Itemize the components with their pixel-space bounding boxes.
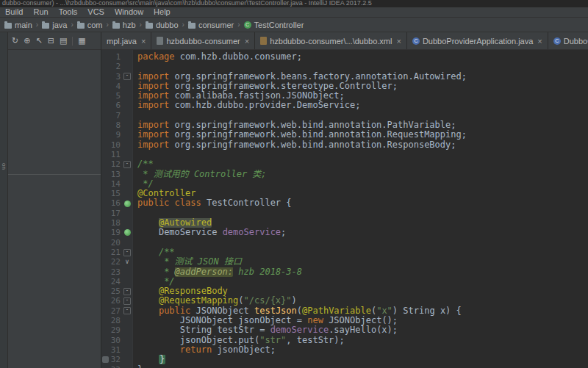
breadcrumb-item-consumer[interactable]: consumer (187, 21, 235, 29)
menu-item-help[interactable]: Help (148, 7, 176, 17)
folder-icon (4, 23, 12, 29)
code-text: import org.springframework.web.bind.anno… (133, 120, 588, 130)
breadcrumb-item-hzb[interactable]: hzb (111, 21, 137, 29)
gutter-marker (121, 62, 133, 71)
code-line: 33} (101, 365, 588, 368)
code-text (133, 62, 588, 71)
breadcrumb-item-com[interactable]: com (76, 21, 104, 29)
gutter-marker (121, 345, 133, 355)
fold-marker[interactable]: - (123, 307, 131, 314)
gutter-marker (121, 336, 133, 345)
gutter-marker: - (121, 72, 133, 82)
code-text: JSONObject jsonObject = new JSONObject()… (133, 316, 588, 325)
gutter-marker (121, 101, 133, 110)
tab-dubboconsumerapplication-java[interactable]: CDubboConsumerApplication.java× (548, 32, 588, 49)
spring-bean-icon[interactable] (124, 201, 131, 207)
line-number: 15 (101, 189, 121, 198)
line-number: 32 (101, 355, 121, 364)
gutter-marker: - (121, 286, 133, 296)
code-lines: 1package com.hzb.dubbo.consumer;23-impor… (101, 52, 588, 368)
code-text (133, 150, 588, 159)
list-view-icon[interactable]: ▤ (60, 37, 67, 45)
java-class-icon: C (412, 37, 420, 45)
fold-marker[interactable]: - (123, 297, 131, 305)
breadcrumb-label: java (52, 21, 67, 29)
line-number: 23 (101, 267, 121, 277)
collapse-all-icon[interactable]: ⊟ (48, 37, 54, 45)
gutter-marker (121, 209, 133, 218)
tab-close-icon[interactable]: × (537, 37, 542, 46)
fold-marker[interactable]: - (123, 288, 131, 295)
locate-icon[interactable]: ↖ (35, 37, 42, 45)
breadcrumb-item-java[interactable]: java (40, 21, 68, 29)
breadcrumb-label: hzb (123, 21, 136, 29)
code-text (133, 238, 588, 248)
tab-dubboproviderapplication-java[interactable]: CDubboProviderApplication.java× (407, 32, 548, 49)
tab-mpl-java[interactable]: mpl.java× (101, 32, 151, 49)
menu-item-tools[interactable]: Tools (54, 7, 83, 17)
tab-close-icon[interactable]: × (245, 37, 249, 46)
code-text: * 测试用的 Controller 类; (133, 170, 588, 179)
code-line: 15@Controller (101, 189, 588, 198)
code-text: package com.hzb.dubbo.consumer; (133, 52, 588, 62)
code-text: public class TestController { (133, 198, 588, 208)
menu-item-vcs[interactable]: VCS (82, 7, 110, 17)
spring-bean-icon[interactable] (124, 229, 131, 236)
code-text (133, 111, 588, 120)
menu-item-run[interactable]: Run (28, 7, 53, 17)
tab-hzbdubbo-consumer-dubbo-xml[interactable]: hzbdubbo-consumer\...\dubbo.xml× (255, 32, 407, 49)
line-number: 2 (101, 62, 121, 71)
tab-close-icon[interactable]: × (396, 37, 401, 46)
gutter-marker (121, 82, 133, 91)
code-text: @Controller (133, 189, 588, 198)
gutter-marker (121, 325, 133, 335)
refresh-icon[interactable]: ↻ (12, 37, 18, 45)
gutter-marker (121, 91, 133, 101)
menu-item-window[interactable]: Window (110, 7, 148, 17)
line-number: 12 (101, 159, 121, 169)
breadcrumb-item-dubbo[interactable]: dubbo (144, 21, 180, 29)
code-line: 22∨ * 测试 JSON 接口 (101, 257, 588, 267)
code-text: */ (133, 179, 588, 189)
code-line: 31 return jsonObject; (101, 345, 588, 355)
code-text: * @addPerson: hzb 2018-3-8 (133, 267, 588, 277)
line-number: 24 (101, 277, 121, 286)
line-number: 3 (101, 72, 121, 82)
gutter-marker (121, 365, 133, 368)
breadcrumb-item-main[interactable]: main (3, 21, 34, 29)
code-line: 19 DemoService demoService; (101, 228, 588, 237)
fold-marker[interactable]: - (123, 73, 131, 80)
code-editor[interactable]: 1package com.hzb.dubbo.consumer;23-impor… (101, 50, 588, 368)
gutter-marker (121, 228, 133, 237)
fold-marker[interactable]: - (123, 249, 131, 256)
code-line: 11 (101, 150, 588, 159)
tool-window-label-fragment: on (1, 163, 7, 170)
breadcrumb-label: dubbo (156, 21, 179, 29)
code-line: 7 (101, 111, 588, 120)
menu-bar: BuildRunToolsVCSWindowHelp (0, 7, 588, 18)
code-text: String testStr = demoService.sayHello(x)… (133, 325, 588, 335)
gutter-marker (121, 140, 133, 150)
project-panel-body[interactable] (8, 50, 101, 368)
line-number: 22 (101, 257, 121, 267)
menu-item-build[interactable]: Build (0, 7, 28, 17)
code-line: 6import com.hzb.dubbo.provider.DemoServi… (101, 101, 588, 110)
line-number: 1 (101, 52, 121, 62)
code-line: 13 * 测试用的 Controller 类; (101, 170, 588, 179)
fold-marker[interactable]: - (123, 161, 131, 168)
tab-close-icon[interactable]: × (141, 37, 146, 46)
breadcrumb-separator: › (235, 21, 242, 29)
bookmark-icon[interactable] (102, 356, 109, 363)
gutter-marker: - (121, 296, 133, 306)
settings-icon[interactable]: ▦ (78, 37, 85, 45)
fold-arrow-icon[interactable]: ∨ (125, 259, 129, 265)
gutter-marker (121, 316, 133, 325)
intellij-idea-window: dubbo-consumer) - ...\hzbdubbo-consumer\… (0, 0, 588, 368)
tab-hzbdubbo-consumer[interactable]: hzbdubbo-consumer× (151, 32, 255, 49)
breadcrumb-item-testcontroller[interactable]: CTestController (243, 21, 306, 29)
add-icon[interactable]: ⊕ (24, 37, 30, 45)
breadcrumb: main›java›com›hzb›dubbo›consumer›CTestCo… (0, 18, 588, 32)
gutter-marker (121, 179, 133, 189)
breadcrumb-label: main (15, 21, 32, 29)
project-panel-toolbar: ↻⊕↖⊟▤▦ (8, 32, 101, 50)
